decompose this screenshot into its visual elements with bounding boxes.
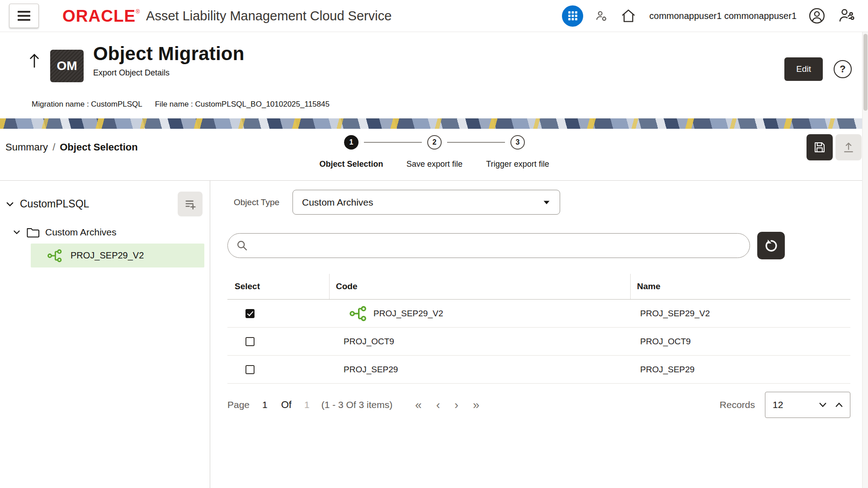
grid-glyph xyxy=(568,11,578,21)
row-checkbox[interactable] xyxy=(245,365,255,374)
back-up-arrow-icon[interactable] xyxy=(28,53,41,70)
column-header-name: Name xyxy=(630,274,850,299)
next-page-icon[interactable]: › xyxy=(454,399,458,411)
breadcrumb: Summary / Object Selection xyxy=(5,141,138,153)
table-row[interactable]: PROJ_SEP29_V2 PROJ_SEP29_V2 xyxy=(227,300,850,328)
records-decrease-chevron-down-icon[interactable] xyxy=(818,402,827,408)
search-row xyxy=(227,232,868,259)
migration-name-label: Migration name : CustomPLSQL xyxy=(32,100,142,109)
name-cell: PROJ_SEP29_V2 xyxy=(630,309,850,319)
topbar: ORACLE ® Asset Liability Management Clou… xyxy=(0,0,868,32)
chevron-down-icon[interactable] xyxy=(13,228,21,236)
tree-item-label[interactable]: PROJ_SEP29_V2 xyxy=(71,250,144,261)
previous-page-icon[interactable]: ‹ xyxy=(436,399,440,411)
items-count-label: (1 - 3 Of 3 items) xyxy=(321,399,393,410)
folder-icon xyxy=(26,226,40,238)
tree-root-label[interactable]: CustomPLSQL xyxy=(20,198,89,210)
registered-mark: ® xyxy=(136,9,140,15)
object-type-label: Object Type xyxy=(234,197,286,207)
page-title: Object Migration xyxy=(93,43,245,65)
records-label: Records xyxy=(720,399,755,410)
table-row[interactable]: PROJ_SEP29 PROJ_SEP29 xyxy=(227,356,850,384)
scrollbar-thumb[interactable] xyxy=(863,34,868,111)
code-cell: PROJ_SEP29_V2 xyxy=(329,305,630,323)
breadcrumb-summary[interactable]: Summary xyxy=(5,141,48,153)
object-type-select[interactable]: Custom Archives xyxy=(292,190,560,215)
page-subtitle: Export Object Details xyxy=(93,68,245,78)
tree-folder-row[interactable]: Custom Archives xyxy=(0,226,210,238)
records-group: Records 12 xyxy=(720,392,850,418)
search-box[interactable] xyxy=(227,233,750,258)
home-icon[interactable] xyxy=(619,7,637,24)
first-page-icon[interactable]: « xyxy=(415,399,421,411)
oracle-logo: ORACLE ® xyxy=(62,8,140,24)
row-checkbox[interactable] xyxy=(245,337,255,346)
hamburger-line xyxy=(18,19,30,21)
step-connector xyxy=(364,142,422,143)
step-2-label: Save export file xyxy=(406,160,462,169)
breadcrumb-separator: / xyxy=(52,141,55,153)
page-number-input[interactable]: 1 xyxy=(262,399,268,410)
object-tree-panel: CustomPLSQL Custom Archives xyxy=(0,181,210,488)
select-cell xyxy=(227,309,329,318)
module-badge: OM xyxy=(50,50,84,82)
hamburger-menu-button[interactable] xyxy=(9,4,39,28)
apps-grid-icon[interactable] xyxy=(562,5,583,27)
name-cell: PROJ_OCT9 xyxy=(630,337,850,347)
row-checkbox[interactable] xyxy=(245,309,255,318)
edit-button[interactable]: Edit xyxy=(784,57,823,81)
oracle-logo-text: ORACLE xyxy=(62,8,136,24)
user-management-icon[interactable] xyxy=(837,7,856,25)
stepper-section: Summary / Object Selection 1 2 3 Object … xyxy=(0,129,868,181)
tree-options-icon[interactable] xyxy=(178,192,203,216)
chevron-down-icon[interactable] xyxy=(5,200,14,209)
records-per-page-select[interactable]: 12 xyxy=(765,392,850,418)
refresh-icon[interactable] xyxy=(757,232,785,259)
hamburger-line xyxy=(18,11,30,13)
tree-root-row[interactable]: CustomPLSQL xyxy=(0,192,210,216)
avatar-icon[interactable] xyxy=(808,7,826,24)
wizard-stepper: 1 2 3 Object Selection Save export file … xyxy=(344,135,579,176)
object-type-row: Object Type Custom Archives xyxy=(227,190,868,215)
last-page-icon[interactable]: » xyxy=(473,399,479,411)
export-upload-icon xyxy=(835,134,862,160)
search-input[interactable] xyxy=(254,240,741,251)
content-area: CustomPLSQL Custom Archives xyxy=(0,181,868,488)
select-cell xyxy=(227,337,329,346)
name-cell: PROJ_SEP29 xyxy=(630,365,850,375)
topbar-right: commonappuser1 commonappuser1 xyxy=(562,5,856,27)
help-icon[interactable]: ? xyxy=(834,60,852,78)
step-1-label: Object Selection xyxy=(319,160,383,169)
object-code: PROJ_SEP29_V2 xyxy=(373,309,443,319)
step-2-circle[interactable]: 2 xyxy=(427,135,442,150)
decorative-banner xyxy=(0,118,868,129)
object-flow-icon xyxy=(47,248,62,263)
caret-down-icon xyxy=(542,199,551,206)
main-panel: Object Type Custom Archives xyxy=(210,181,868,488)
page-label: Page xyxy=(227,399,250,410)
save-icon[interactable] xyxy=(807,134,833,160)
step-connector xyxy=(447,142,505,143)
title-block: Object Migration Export Object Details xyxy=(93,43,245,78)
records-increase-chevron-up-icon[interactable] xyxy=(835,402,844,408)
step-3-label: Trigger export file xyxy=(486,160,549,169)
column-header-code: Code xyxy=(329,274,630,299)
vertical-scrollbar[interactable] xyxy=(862,32,868,488)
table-row[interactable]: PROJ_OCT9 PROJ_OCT9 xyxy=(227,328,850,356)
step-3-circle[interactable]: 3 xyxy=(510,135,525,150)
step-1-circle[interactable]: 1 xyxy=(344,135,359,150)
tree-item-selected[interactable]: PROJ_SEP29_V2 xyxy=(31,244,204,267)
table-header-row: Select Code Name xyxy=(227,274,850,300)
object-flow-icon xyxy=(349,305,367,323)
page-header: OM Object Migration Export Object Detail… xyxy=(0,32,868,118)
user-settings-icon[interactable] xyxy=(595,9,608,22)
hamburger-line xyxy=(18,15,30,17)
meta-row: Migration name : CustomPLSQL File name :… xyxy=(32,100,330,109)
step-actions xyxy=(807,134,862,160)
app-title: Asset Liability Management Cloud Service xyxy=(146,9,392,23)
user-name: commonappuser1 commonappuser1 xyxy=(649,11,797,21)
refresh-glyph xyxy=(764,239,778,253)
tree-folder-label[interactable]: Custom Archives xyxy=(45,227,117,238)
pagination-nav: « ‹ › » xyxy=(415,399,479,411)
records-value: 12 xyxy=(773,399,783,410)
